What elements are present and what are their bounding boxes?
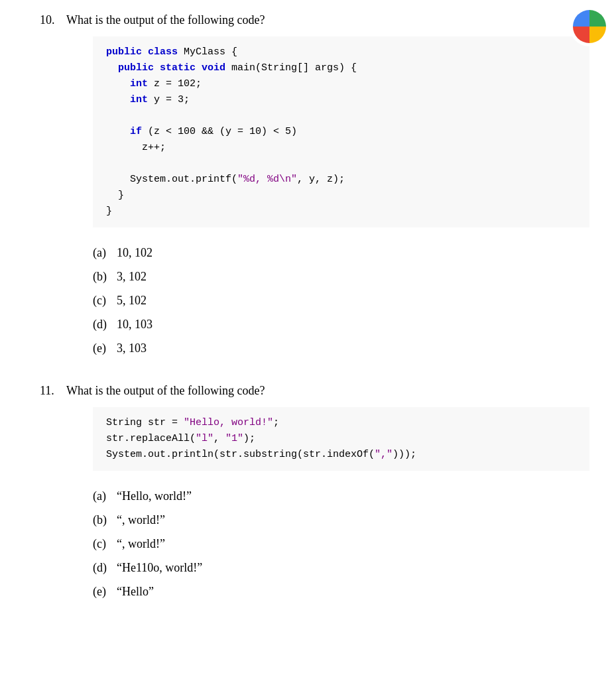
google-logo (570, 7, 609, 46)
answer-label: (c) (93, 288, 113, 312)
answer-text: “, world!” (117, 508, 165, 532)
question-11: 11. What is the output of the following … (40, 384, 589, 603)
answer-text: 10, 103 (117, 312, 153, 336)
code-line: String str = "Hello, world!"; (106, 415, 576, 431)
question-10-header: 10. What is the output of the following … (40, 13, 589, 27)
question-10: 10. What is the output of the following … (40, 13, 589, 360)
code-line: if (z < 100 && (y = 10) < 5) (106, 124, 576, 140)
answer-item: (e) “Hello” (93, 580, 589, 603)
answer-text: 10, 102 (117, 241, 153, 265)
question-10-code: public class MyClass { public static voi… (93, 36, 589, 227)
code-line: z++; (106, 140, 576, 156)
code-line (106, 108, 576, 124)
code-line: str.replaceAll("l", "1"); (106, 431, 576, 447)
answer-text: 5, 102 (117, 288, 147, 312)
code-line: public class MyClass { (106, 44, 576, 60)
answer-label: (d) (93, 312, 113, 336)
answer-item: (a) 10, 102 (93, 241, 589, 265)
code-line: } (106, 188, 576, 204)
answer-text: “Hello, world!” (117, 484, 192, 508)
question-11-header: 11. What is the output of the following … (40, 384, 589, 398)
question-10-answers: (a) 10, 102 (b) 3, 102 (c) 5, 102 (d) 10… (93, 241, 589, 360)
answer-label: (d) (93, 556, 113, 580)
code-line (106, 156, 576, 172)
question-10-text: What is the output of the following code… (66, 13, 265, 27)
answer-text: 3, 103 (117, 336, 147, 360)
answer-item: (e) 3, 103 (93, 336, 589, 360)
code-line: } (106, 204, 576, 219)
question-11-text: What is the output of the following code… (66, 384, 265, 398)
answer-label: (e) (93, 336, 113, 360)
question-10-number: 10. (40, 13, 66, 27)
code-line: public static void main(String[] args) { (106, 60, 576, 76)
answer-text: “Hello” (117, 580, 154, 603)
code-line: System.out.println(str.substring(str.ind… (106, 447, 576, 463)
answer-text: 3, 102 (117, 265, 147, 288)
answer-label: (a) (93, 484, 113, 508)
answer-item: (c) “, world!” (93, 532, 589, 556)
answer-label: (c) (93, 532, 113, 556)
answer-label: (b) (93, 265, 113, 288)
answer-item: (d) 10, 103 (93, 312, 589, 336)
answer-text: “, world!” (117, 532, 165, 556)
answer-text: “He110o, world!” (117, 556, 202, 580)
answer-label: (b) (93, 508, 113, 532)
answer-label: (a) (93, 241, 113, 265)
question-11-number: 11. (40, 384, 66, 398)
code-line: int z = 102; (106, 76, 576, 92)
answer-item: (d) “He110o, world!” (93, 556, 589, 580)
code-line: System.out.printf("%d, %d\n", y, z); (106, 172, 576, 188)
code-line: int y = 3; (106, 92, 576, 108)
question-11-code: String str = "Hello, world!"; str.replac… (93, 407, 589, 471)
answer-item: (c) 5, 102 (93, 288, 589, 312)
answer-label: (e) (93, 580, 113, 603)
answer-item: (a) “Hello, world!” (93, 484, 589, 508)
answer-item: (b) “, world!” (93, 508, 589, 532)
question-11-answers: (a) “Hello, world!” (b) “, world!” (c) “… (93, 484, 589, 603)
answer-item: (b) 3, 102 (93, 265, 589, 288)
